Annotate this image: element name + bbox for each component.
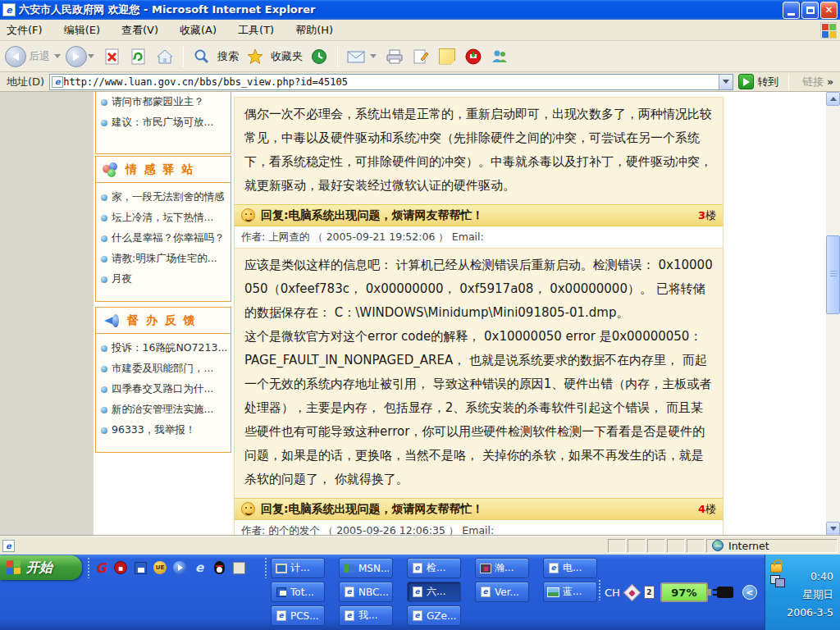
sidebar-link[interactable]: 新的治安管理法实施... xyxy=(101,399,227,420)
forward-button[interactable] xyxy=(66,46,99,67)
window-title: 六安市人民政府网 欢迎您 - Microsoft Internet Explor… xyxy=(19,2,781,17)
home-button[interactable] xyxy=(155,47,175,66)
start-button[interactable]: 开始 xyxy=(0,555,82,580)
menu-favorites[interactable]: 收藏(A) xyxy=(180,23,217,38)
search-button[interactable]: 搜索 xyxy=(189,47,242,66)
input-method-icon[interactable] xyxy=(623,583,641,600)
print-button[interactable] xyxy=(385,47,404,66)
ultraedit-icon[interactable]: UE xyxy=(153,560,167,575)
floppy-icon xyxy=(276,587,286,597)
tray-collapse-icon[interactable]: < xyxy=(742,585,757,600)
taskbar-button-luan-active[interactable]: e六... xyxy=(407,582,461,602)
sidebar-link[interactable]: 坛上冷清，坛下热情... xyxy=(101,208,227,228)
scroll-down-button[interactable] xyxy=(826,522,840,536)
stop-badge-icon[interactable]: ■ xyxy=(113,560,128,575)
history-button[interactable] xyxy=(309,47,329,66)
taskbar-button-han[interactable]: 瀚... xyxy=(475,558,529,578)
bullet-icon xyxy=(101,407,107,413)
refresh-button[interactable] xyxy=(129,47,148,66)
sidebar-link[interactable]: 请问市都蒙园业主？ xyxy=(101,92,227,112)
taskbar-button-dian[interactable]: e电... xyxy=(543,558,597,578)
stop-button[interactable] xyxy=(103,47,122,66)
status-pane xyxy=(647,539,665,553)
scroll-up-button[interactable] xyxy=(826,92,840,106)
status-pane xyxy=(628,539,646,553)
sidebar-link[interactable]: 市建委及职能部门，... xyxy=(101,358,227,379)
keyboard-layout-icon[interactable]: 2 xyxy=(644,586,655,599)
media-player-icon[interactable] xyxy=(172,560,187,575)
address-input[interactable] xyxy=(63,75,719,89)
red-g-icon[interactable]: G xyxy=(94,560,108,575)
post-body-3: 应该是类似这样的信息吧： 计算机已经从检测错误后重新启动。检测错误： 0x100… xyxy=(235,249,723,498)
menu-view[interactable]: 查看(V) xyxy=(121,23,158,38)
sidebar-section-feedback: 督 办 反 馈 投诉：16路皖NO7213... 市建委及职能部门，... 四季… xyxy=(95,307,231,453)
floor-suffix: 楼 xyxy=(705,502,716,517)
taskbar-button-ver[interactable]: eVer... xyxy=(475,582,529,602)
reply-header-3: 回复:电脑系统出现问题，烦请网友帮帮忙！ 3 楼 xyxy=(235,204,723,226)
back-button[interactable]: 后退 xyxy=(5,46,66,67)
go-button[interactable]: 转到 xyxy=(738,74,778,89)
security-lock-icon[interactable] xyxy=(770,564,783,573)
titlebar: e 六安市人民政府网 欢迎您 - Microsoft Internet Expl… xyxy=(0,0,840,20)
messenger-button[interactable] xyxy=(490,47,509,66)
sidebar-link[interactable]: 什么是幸福？你幸福吗？ xyxy=(101,228,227,249)
msn-icon xyxy=(343,563,355,573)
vertical-scrollbar[interactable] xyxy=(826,92,840,536)
thread-content: 偶尔一次不必理会，系统出错是正常的，重新启动即可，出现次数多了，两种情况比较常见… xyxy=(234,97,724,536)
minimize-button[interactable] xyxy=(783,2,800,19)
maximize-button[interactable] xyxy=(801,2,819,19)
status-pane xyxy=(608,539,626,553)
favorites-button[interactable]: 收藏夹 xyxy=(242,47,306,66)
mail-dropdown-icon[interactable] xyxy=(370,54,377,58)
scrollbar-thumb[interactable] xyxy=(826,235,840,314)
links-label[interactable]: 链接 xyxy=(802,75,824,89)
menu-edit[interactable]: 编辑(E) xyxy=(64,23,100,38)
taskbar-button-msn[interactable]: MSN... xyxy=(339,558,393,578)
show-desktop-icon[interactable] xyxy=(231,560,246,575)
smiley-icon xyxy=(241,208,255,222)
bullet-icon xyxy=(101,276,107,283)
mail-button[interactable] xyxy=(343,47,381,66)
battery-indicator[interactable]: 97% xyxy=(660,582,708,602)
sidebar-link[interactable]: 月夜 xyxy=(101,269,227,290)
menu-file[interactable]: 文件(F) xyxy=(7,23,43,38)
sidebar-link[interactable]: 建议：市民广场可放... xyxy=(101,112,227,133)
bullet-icon xyxy=(101,256,107,262)
language-indicator[interactable]: CH xyxy=(605,587,620,599)
ie-icon: e xyxy=(413,610,422,621)
sidebar-link[interactable]: 96333，我举报！ xyxy=(101,420,227,441)
network-monitors-icon[interactable] xyxy=(770,575,785,587)
taskbar-button-computer[interactable]: 计... xyxy=(271,558,325,578)
clover-icon xyxy=(103,162,119,177)
bullet-icon xyxy=(101,215,107,221)
notes-button[interactable] xyxy=(437,47,457,66)
taskbar-button-pcs[interactable]: ePCS... xyxy=(271,605,325,626)
taskbar-button-jian[interactable]: e检... xyxy=(407,558,461,578)
reply-header-4: 回复:电脑系统出现问题，烦请网友帮帮忙！ 4 楼 xyxy=(235,498,723,520)
back-dropdown-icon[interactable] xyxy=(54,54,61,58)
menu-help[interactable]: 帮助(H) xyxy=(295,23,333,38)
sidebar-link[interactable]: 投诉：16路皖NO7213... xyxy=(101,338,227,358)
power-plug-icon[interactable] xyxy=(717,587,733,598)
links-chevron-icon[interactable]: » xyxy=(827,76,833,88)
sidebar-link[interactable]: 请教:明珠广场住宅的... xyxy=(101,249,227,269)
ie-icon[interactable]: e xyxy=(192,560,207,575)
menu-tools[interactable]: 工具(T) xyxy=(238,23,274,38)
windows-flag-icon xyxy=(7,559,21,575)
qq-icon[interactable] xyxy=(212,560,226,575)
taskbar-button-wo[interactable]: e我... xyxy=(339,605,393,626)
ie-icon: e xyxy=(413,587,422,597)
address-dropdown-button[interactable] xyxy=(719,75,733,89)
taskbar-button-nbc[interactable]: eNBC... xyxy=(339,582,393,602)
close-button[interactable]: ✕ xyxy=(820,2,838,19)
taskbar-button-total[interactable]: Tot... xyxy=(271,582,325,602)
taskbar-button-lan[interactable]: 蓝... xyxy=(543,582,597,602)
edit-button[interactable] xyxy=(411,47,431,66)
reply-title: 回复:电脑系统出现问题，烦请网友帮帮忙！ xyxy=(261,208,698,223)
sidebar-link[interactable]: 家，一段无法割舍的情感 xyxy=(101,187,227,208)
forward-dropdown-icon[interactable] xyxy=(88,54,94,58)
floppy-icon[interactable] xyxy=(133,560,148,575)
flashget-button[interactable] xyxy=(463,47,483,66)
sidebar-link[interactable]: 四季春交叉路口为什... xyxy=(101,379,227,399)
taskbar-button-gze[interactable]: eGZe... xyxy=(407,605,461,626)
